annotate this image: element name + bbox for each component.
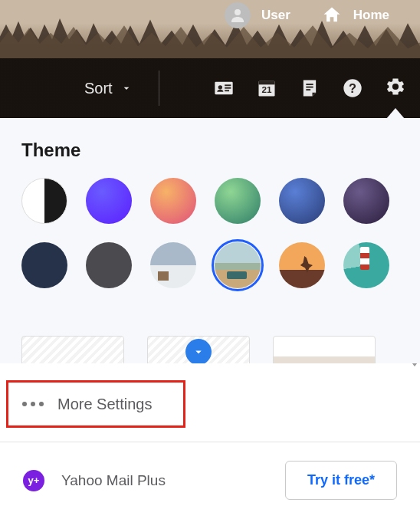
user-label: User xyxy=(261,8,290,23)
mail-plus-row: y+ Yahoo Mail Plus Try it free* xyxy=(0,442,420,518)
landscape-header: User Home xyxy=(0,0,420,58)
theme-layout-row xyxy=(21,336,399,363)
svg-text:?: ? xyxy=(349,81,356,95)
svg-point-2 xyxy=(218,85,222,89)
more-settings-button[interactable]: More Settings xyxy=(6,380,185,428)
chevron-down-icon xyxy=(192,345,205,359)
sort-dropdown[interactable]: Sort xyxy=(84,80,133,97)
toolbar: Sort 21 ? xyxy=(0,58,420,118)
theme-swatch-retro-car[interactable] xyxy=(215,242,261,288)
settings-panel-caret xyxy=(386,108,405,119)
expand-button[interactable] xyxy=(185,339,212,363)
theme-swatch-navy[interactable] xyxy=(21,242,67,288)
avatar-icon xyxy=(225,2,251,28)
theme-swatch-blue[interactable] xyxy=(279,178,325,224)
mail-plus-label: Yahoo Mail Plus xyxy=(61,472,268,489)
svg-rect-9 xyxy=(306,84,313,85)
user-link[interactable]: User xyxy=(225,2,290,28)
settings-gear-icon[interactable] xyxy=(385,76,406,97)
svg-rect-4 xyxy=(225,87,231,89)
layout-option-1[interactable] xyxy=(21,336,124,363)
mail-plus-badge-icon: y+ xyxy=(23,470,44,491)
theme-swatch-kangaroo[interactable] xyxy=(279,242,325,288)
theme-swatch-gray[interactable] xyxy=(86,242,132,288)
theme-swatch-dark-purple[interactable] xyxy=(343,178,389,224)
chevron-down-icon xyxy=(120,82,133,94)
panel-title: Theme xyxy=(21,140,399,161)
svg-rect-10 xyxy=(306,87,313,88)
contacts-icon[interactable] xyxy=(213,77,235,99)
theme-swatch-orange-pink[interactable] xyxy=(150,178,196,224)
toolbar-divider xyxy=(159,71,159,106)
more-settings-label: More Settings xyxy=(57,396,152,413)
sort-label: Sort xyxy=(84,80,113,97)
theme-swatch-grid xyxy=(21,178,399,288)
help-icon[interactable]: ? xyxy=(342,77,363,99)
calendar-icon[interactable]: 21 xyxy=(256,77,277,99)
svg-point-0 xyxy=(235,9,241,15)
theme-swatch-black-white[interactable] xyxy=(21,178,67,224)
home-label: Home xyxy=(353,8,389,23)
theme-swatch-lighthouse[interactable] xyxy=(343,242,389,288)
theme-panel: Theme xyxy=(0,118,420,363)
svg-rect-11 xyxy=(306,89,310,90)
layout-option-3[interactable] xyxy=(273,336,376,363)
try-free-button[interactable]: Try it free* xyxy=(285,461,397,500)
theme-swatch-snow-cabin[interactable] xyxy=(150,242,196,288)
more-icon xyxy=(22,402,44,406)
home-icon xyxy=(321,5,343,26)
svg-rect-5 xyxy=(225,90,229,91)
notepad-icon[interactable] xyxy=(299,77,320,99)
svg-text:21: 21 xyxy=(262,84,272,94)
svg-rect-3 xyxy=(225,84,231,86)
theme-swatch-purple[interactable] xyxy=(86,178,132,224)
theme-swatch-green[interactable] xyxy=(215,178,261,224)
home-link[interactable]: Home xyxy=(321,5,389,26)
